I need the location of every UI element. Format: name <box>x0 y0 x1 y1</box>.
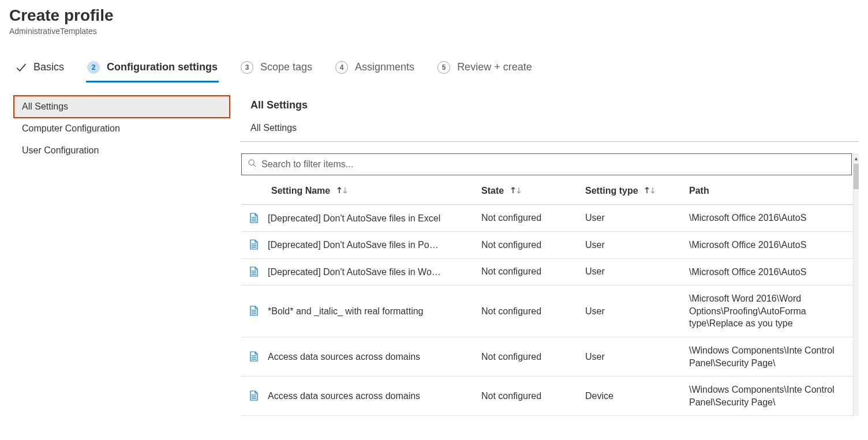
sort-icon <box>336 186 348 196</box>
setting-path: \Microsoft Office 2016\AutoS <box>689 258 853 285</box>
sidebar-item-user-configuration[interactable]: User Configuration <box>14 140 230 161</box>
setting-name: *Bold* and _italic_ with real formatting <box>268 306 423 316</box>
step-label: Review + create <box>457 61 532 73</box>
setting-state: Not configured <box>481 285 585 337</box>
step-number-badge: 4 <box>335 61 348 74</box>
step-number-badge: 3 <box>241 61 253 74</box>
search-box[interactable] <box>241 153 852 175</box>
setting-state: Not configured <box>481 258 585 285</box>
step-basics[interactable]: Basics <box>14 59 65 80</box>
document-icon <box>249 306 259 316</box>
document-icon <box>249 266 259 277</box>
checkmark-icon <box>15 62 27 73</box>
page-subtitle: AdministrativeTemplates <box>9 27 859 36</box>
search-input[interactable] <box>261 159 845 170</box>
setting-type: User <box>585 258 689 285</box>
column-header-setting-name[interactable]: Setting Name <box>241 175 481 205</box>
column-header-setting-type[interactable]: Setting type <box>585 175 689 205</box>
setting-state: Not configured <box>481 231 585 258</box>
step-label: Configuration settings <box>107 61 218 73</box>
step-number-badge: 2 <box>87 61 100 74</box>
setting-name: Access data sources across domains <box>268 352 420 362</box>
step-label: Scope tags <box>260 61 312 73</box>
breadcrumb: All Settings <box>240 123 859 142</box>
table-row[interactable]: [Deprecated] Don't AutoSave files in Wo…… <box>241 258 853 285</box>
scroll-up-button[interactable]: ▲ <box>854 153 859 164</box>
search-icon <box>248 159 257 170</box>
wizard-stepper: Basics 2 Configuration settings 3 Scope … <box>9 59 859 81</box>
setting-state: Not configured <box>481 205 585 232</box>
setting-name: [Deprecated] Don't AutoSave files in Wo… <box>268 267 441 277</box>
sidebar-item-computer-configuration[interactable]: Computer Configuration <box>14 118 230 140</box>
column-header-path[interactable]: Path <box>689 175 853 205</box>
setting-path: \Microsoft Office 2016\AutoS <box>689 205 853 232</box>
document-icon <box>249 239 259 250</box>
sort-icon <box>644 186 656 196</box>
document-icon <box>249 213 259 223</box>
table-row[interactable]: Access data sources across domainsNot co… <box>241 377 853 416</box>
setting-path: \Windows Components\Inte Control Panel\S… <box>689 337 853 376</box>
sidebar-item-all-settings[interactable]: All Settings <box>14 96 230 118</box>
document-icon <box>249 351 259 362</box>
step-assignments[interactable]: 4 Assignments <box>334 59 416 81</box>
setting-type: User <box>585 205 689 232</box>
setting-type: Device <box>585 377 689 416</box>
setting-path: \Microsoft Word 2016\Word Options\Proofi… <box>689 285 853 337</box>
vertical-scrollbar[interactable]: ▲ <box>853 153 859 416</box>
table-row[interactable]: [Deprecated] Don't AutoSave files in Exc… <box>241 205 853 232</box>
svg-point-0 <box>249 160 254 165</box>
setting-name: [Deprecated] Don't AutoSave files in Exc… <box>268 213 440 223</box>
document-icon <box>249 390 259 401</box>
table-row[interactable]: [Deprecated] Don't AutoSave files in Po…… <box>241 231 853 258</box>
column-header-state[interactable]: State <box>481 175 585 205</box>
step-number-badge: 5 <box>437 61 450 74</box>
table-row[interactable]: *Bold* and _italic_ with real formatting… <box>241 285 853 337</box>
settings-tree: All Settings Computer Configuration User… <box>9 96 240 161</box>
sort-icon <box>510 186 522 196</box>
table-row[interactable]: Access data sources across domainsNot co… <box>241 337 853 376</box>
setting-name: [Deprecated] Don't AutoSave files in Po… <box>268 240 439 250</box>
setting-path: \Microsoft Office 2016\AutoS <box>689 231 853 258</box>
step-label: Assignments <box>355 61 414 73</box>
step-label: Basics <box>33 61 64 73</box>
section-heading: All Settings <box>240 99 859 111</box>
scroll-thumb[interactable] <box>854 164 859 189</box>
setting-path: \Windows Components\Inte Control Panel\S… <box>689 377 853 416</box>
setting-type: User <box>585 285 689 337</box>
settings-table: Setting Name State <box>241 175 853 416</box>
setting-type: User <box>585 231 689 258</box>
step-scope-tags[interactable]: 3 Scope tags <box>240 59 313 81</box>
svg-line-1 <box>253 164 256 167</box>
page-title: Create profile <box>9 6 859 25</box>
step-review-create[interactable]: 5 Review + create <box>436 59 533 81</box>
setting-state: Not configured <box>481 337 585 376</box>
setting-name: Access data sources across domains <box>268 391 420 401</box>
step-configuration-settings[interactable]: 2 Configuration settings <box>86 59 219 82</box>
setting-type: User <box>585 337 689 376</box>
setting-state: Not configured <box>481 377 585 416</box>
